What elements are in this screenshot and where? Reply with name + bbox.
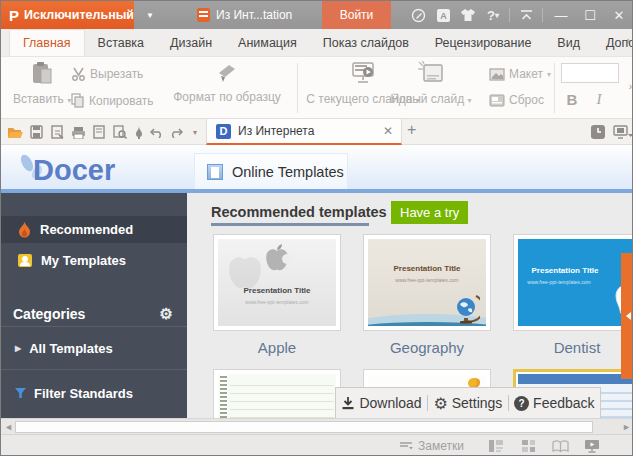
maximize-button[interactable]: ☐: [579, 8, 601, 23]
tab-insert[interactable]: Вставка: [85, 29, 157, 56]
sidebar-item-recommended[interactable]: Recommended: [1, 216, 187, 243]
paste-button[interactable]: Вставить ▾: [13, 61, 71, 106]
help-button[interactable]: ?▾: [484, 6, 502, 24]
ruled-lines: [230, 378, 334, 418]
reset-button[interactable]: Сброс: [489, 93, 544, 107]
settings-button[interactable]: ⚙ Settings: [433, 394, 502, 413]
template-card-notebook[interactable]: [213, 369, 341, 418]
login-button[interactable]: Войти: [322, 1, 391, 29]
redo-icon[interactable]: [166, 123, 184, 141]
document-tab-active[interactable]: D Из Интернета ✕: [206, 119, 402, 145]
templates-panel: Recommended templates Have a try Present…: [187, 193, 633, 418]
tab-review[interactable]: Рецензирование: [422, 29, 545, 56]
expand-arrow-icon: ▶: [15, 344, 21, 353]
bold-button[interactable]: B: [562, 91, 582, 108]
template-name[interactable]: Apple: [213, 339, 341, 356]
notes-toggle[interactable]: Заметки: [399, 439, 464, 453]
ribbon-tab-bar: Главная Вставка Дизайн Анимация Показ сл…: [1, 29, 633, 57]
print-icon[interactable]: [69, 123, 87, 141]
italic-button[interactable]: I: [589, 91, 609, 108]
scroll-right-arrow[interactable]: ►: [622, 422, 631, 432]
layout-button[interactable]: Макет▾: [489, 67, 551, 81]
template-doc-icon: [207, 164, 223, 180]
sidebar-item-all-templates[interactable]: ▶ All Templates: [1, 335, 187, 361]
template-name[interactable]: Geography: [363, 339, 491, 356]
slide-sorter-icon[interactable]: [521, 439, 536, 456]
pen-tool-icon[interactable]: [409, 6, 427, 24]
cut-button[interactable]: Вырезать: [71, 67, 143, 81]
app-menu-button[interactable]: P Исключительный ▼: [1, 1, 134, 29]
titlebar: P Исключительный ▼ Из Инт...tation Войти…: [1, 1, 633, 29]
save-icon[interactable]: [27, 123, 45, 141]
font-name-input[interactable]: [561, 63, 619, 83]
flame-icon: [18, 222, 31, 238]
open-file-icon[interactable]: [6, 123, 24, 141]
ribbon: Вставить ▾ Вырезать Копировать Формат по…: [1, 57, 633, 119]
tab-view[interactable]: Вид: [544, 29, 593, 56]
copy-button[interactable]: Копировать: [71, 93, 154, 108]
globe-icon: [454, 294, 480, 324]
scrollbar-thumb[interactable]: [15, 421, 593, 433]
tab-close-icon[interactable]: ✕: [383, 124, 393, 138]
chevron-down-icon[interactable]: ▼: [142, 9, 158, 22]
format-painter-button[interactable]: Формат по образцу: [163, 63, 291, 104]
statusbar: Заметки: [1, 434, 633, 456]
tab-slideshow[interactable]: Показ слайдов: [310, 29, 422, 56]
ribbon-separator: [554, 63, 555, 113]
skin-tshirt-icon[interactable]: [459, 6, 477, 24]
tab-home[interactable]: Главная: [9, 29, 85, 56]
table-header-band: [518, 374, 633, 384]
tab-design[interactable]: Дизайн: [157, 29, 225, 56]
new-tab-button[interactable]: +: [407, 121, 416, 139]
feedback-button[interactable]: ? Feedback: [514, 395, 594, 411]
panel-toolbar: Download ⚙ Settings ? Feedback: [335, 387, 601, 418]
have-a-try-button[interactable]: Have a try: [391, 201, 468, 224]
collapse-left-arrow-icon: [622, 312, 631, 320]
close-button[interactable]: ✕: [608, 8, 630, 23]
toolbar-separator: [427, 395, 428, 411]
spellcheck-icon[interactable]: A: [434, 6, 452, 24]
find-icon[interactable]: [111, 123, 129, 141]
online-templates-tab[interactable]: Online Templates: [194, 153, 348, 189]
heading-underline: [211, 223, 369, 226]
slideshow-view-icon[interactable]: [584, 439, 600, 456]
collapse-ribbon-icon[interactable]: [517, 6, 535, 24]
download-button[interactable]: Download: [341, 395, 421, 411]
format-brush-icon[interactable]: [130, 123, 148, 141]
ribbon-expand-arrow[interactable]: ›: [629, 81, 632, 92]
download-icon: [341, 396, 355, 410]
template-card-geography[interactable]: Presentation Title www.free-ppt-template…: [363, 234, 491, 331]
minimize-button[interactable]: —: [550, 8, 572, 23]
feedback-bubble-icon: ?: [514, 396, 529, 411]
template-name[interactable]: Dentist: [513, 339, 633, 356]
print-preview-icon[interactable]: [90, 123, 108, 141]
side-panel-handle[interactable]: [621, 253, 633, 379]
titlebar-icons: A ?▾ — ☐ ✕: [409, 1, 630, 29]
svg-text:Docer: Docer: [33, 154, 115, 186]
sidebar-item-my-templates[interactable]: My Templates: [1, 247, 187, 274]
titlebar-document-tab[interactable]: Из Инт...tation: [197, 1, 292, 29]
toolbar-options-caret[interactable]: ▾: [186, 123, 204, 141]
tabs-overflow-arrow[interactable]: ›: [627, 35, 630, 46]
view-switch-icon[interactable]: [612, 123, 633, 141]
scroll-left-arrow[interactable]: ◄: [4, 422, 13, 432]
filter-funnel-icon: [15, 388, 26, 398]
undo-icon[interactable]: [148, 123, 166, 141]
reading-view-icon[interactable]: [552, 439, 569, 456]
docer-logo: Docer: [11, 149, 161, 187]
tab-animation[interactable]: Анимация: [225, 29, 310, 56]
sidebar-categories-header: Categories ⚙: [1, 302, 187, 326]
toolbar-separator: [508, 395, 509, 411]
normal-view-icon[interactable]: [488, 439, 504, 456]
notes-lines-icon: [399, 441, 413, 451]
new-slide-button[interactable]: Новый слайд ▾: [389, 61, 473, 106]
spiral-binding: [220, 374, 227, 418]
horizontal-scrollbar[interactable]: ◄ ►: [1, 418, 633, 434]
export-pdf-icon[interactable]: [48, 123, 66, 141]
template-card-apple[interactable]: Presentation Title www.free-ppt-template…: [213, 234, 341, 331]
gear-icon[interactable]: ⚙: [160, 305, 173, 323]
template-card-dentist[interactable]: Presentation Title www.free-ppt-template…: [513, 234, 633, 331]
sidebar-filter-standards[interactable]: Filter Standards: [1, 380, 187, 406]
presentation-file-icon: [197, 8, 210, 22]
history-clock-icon[interactable]: [589, 123, 607, 141]
